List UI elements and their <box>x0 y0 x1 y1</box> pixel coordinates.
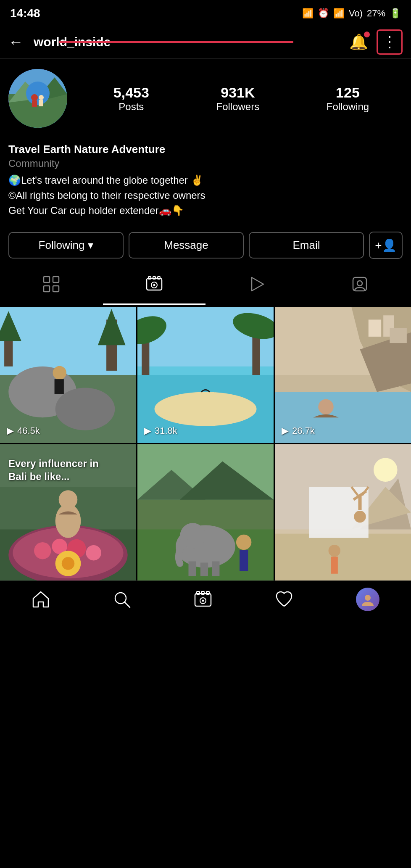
svg-rect-73 <box>212 561 219 576</box>
message-label: Message <box>164 239 208 252</box>
signal-icon: Vo) <box>349 8 363 19</box>
nav-home-button[interactable] <box>32 590 50 609</box>
profile-name: Travel Earth Nature Adventure <box>8 143 403 156</box>
play-indicator: ▶ <box>282 425 289 436</box>
svg-rect-10 <box>44 277 50 282</box>
tab-videos[interactable] <box>206 267 308 305</box>
svg-point-7 <box>39 95 44 100</box>
following-count: 125 <box>327 84 369 101</box>
grid-thumbnail <box>137 444 274 580</box>
home-icon <box>32 590 50 609</box>
grid-thumbnail <box>275 307 411 443</box>
svg-point-93 <box>202 600 204 602</box>
back-button[interactable]: ← <box>8 33 24 51</box>
following-stat[interactable]: 125 Following <box>327 84 369 113</box>
video-views: ▶ 31.8k <box>144 425 177 436</box>
email-label: Email <box>292 239 320 252</box>
svg-rect-75 <box>240 550 248 571</box>
video-views: ▶ 26.7k <box>282 425 315 436</box>
following-button[interactable]: Following ▾ <box>8 232 124 259</box>
status-time: 14:48 <box>10 7 40 20</box>
svg-point-56 <box>34 542 51 559</box>
action-buttons: Following ▾ Message Email +👤 <box>0 227 411 267</box>
grid-icon <box>43 276 60 296</box>
svg-line-87 <box>125 602 130 607</box>
reels-icon <box>146 276 163 296</box>
nav-reels-button[interactable] <box>194 590 212 609</box>
views-count: 46.5k <box>17 425 40 436</box>
profile-community: Community <box>8 158 403 169</box>
svg-point-84 <box>329 545 340 557</box>
views-count: 31.8k <box>155 425 177 436</box>
grid-item[interactable]: Every influencer inBali be like... <box>0 444 136 580</box>
posts-stat[interactable]: 5,453 Posts <box>113 84 149 113</box>
svg-point-59 <box>86 545 101 560</box>
chevron-down-icon: ▾ <box>88 239 93 252</box>
nav-search-button[interactable] <box>113 590 131 609</box>
svg-point-61 <box>62 557 74 570</box>
bio-section: Travel Earth Nature Adventure Community … <box>0 143 411 227</box>
grid-item[interactable]: ▶ 46.5k <box>0 307 136 443</box>
status-bar: 14:48 📶 ⏰ 📶 Vo) 27% 🔋 <box>0 0 411 25</box>
grid-thumbnail <box>275 444 411 580</box>
email-button[interactable]: Email <box>249 232 364 259</box>
tabs-row <box>0 267 411 305</box>
svg-rect-85 <box>331 557 338 574</box>
svg-rect-72 <box>200 562 208 576</box>
svg-point-41 <box>155 392 257 426</box>
search-bar-highlight <box>59 41 293 43</box>
svg-point-62 <box>55 504 81 538</box>
svg-rect-48 <box>390 328 407 343</box>
svg-point-94 <box>365 595 371 601</box>
following-label: Following <box>39 239 85 252</box>
svg-rect-8 <box>32 100 37 107</box>
more-options-button[interactable]: ⋮ <box>377 29 403 55</box>
grid-item[interactable] <box>275 444 411 580</box>
video-views: ▶ 46.5k <box>7 425 40 436</box>
tab-tagged[interactable] <box>308 267 411 305</box>
svg-point-22 <box>357 281 362 286</box>
top-nav: ← world_inside 🔔 ⋮ <box>0 25 411 59</box>
message-button[interactable]: Message <box>129 232 244 259</box>
grid-item[interactable] <box>137 444 274 580</box>
play-icon <box>248 276 265 296</box>
svg-rect-11 <box>53 277 59 282</box>
svg-point-6 <box>31 94 38 101</box>
profile-top: 5,453 Posts 931K Followers 125 Following <box>8 69 403 128</box>
svg-rect-46 <box>369 319 381 337</box>
stats-row: 5,453 Posts 931K Followers 125 Following <box>80 84 403 113</box>
grid-item[interactable]: ▶ 31.8k <box>137 307 274 443</box>
posts-count: 5,453 <box>113 84 149 101</box>
svg-rect-71 <box>189 561 196 576</box>
tab-reels[interactable] <box>103 267 206 305</box>
sim-icon: 📶 <box>302 8 314 19</box>
play-indicator: ▶ <box>7 425 14 436</box>
notification-bell-button[interactable]: 🔔 <box>349 33 368 51</box>
svg-rect-12 <box>44 286 50 292</box>
nav-likes-button[interactable] <box>275 590 293 609</box>
heart-icon <box>275 590 293 609</box>
search-icon <box>113 590 131 609</box>
svg-point-86 <box>115 593 126 604</box>
video-caption: Every influencer inBali be like... <box>8 457 99 483</box>
tagged-icon <box>351 276 368 296</box>
svg-point-82 <box>374 458 398 482</box>
svg-point-19 <box>153 284 155 286</box>
current-user-avatar <box>356 588 379 611</box>
status-icons: 📶 ⏰ 📶 Vo) 27% 🔋 <box>302 8 401 19</box>
followers-stat[interactable]: 931K Followers <box>216 84 259 113</box>
nav-profile-button[interactable] <box>356 588 379 611</box>
avatar[interactable] <box>8 69 67 128</box>
add-person-button[interactable]: +👤 <box>369 232 403 259</box>
profile-section: 5,453 Posts 931K Followers 125 Following <box>0 59 411 143</box>
following-label: Following <box>327 101 369 113</box>
grid-item[interactable]: ▶ 26.7k <box>275 307 411 443</box>
alarm-icon: ⏰ <box>318 8 329 19</box>
tab-grid[interactable] <box>0 267 103 305</box>
svg-point-27 <box>55 388 115 430</box>
svg-point-74 <box>236 535 251 550</box>
add-person-icon: +👤 <box>375 238 396 252</box>
battery-icon: 🔋 <box>390 8 401 19</box>
svg-rect-9 <box>39 100 43 106</box>
followers-label: Followers <box>216 101 259 113</box>
